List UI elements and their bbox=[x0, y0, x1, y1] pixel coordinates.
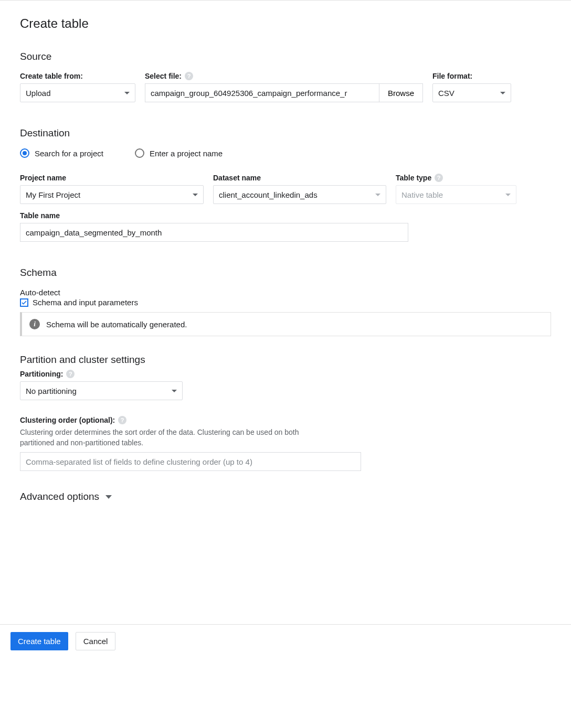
partitioning-select[interactable]: No partitioning bbox=[20, 381, 183, 400]
create-from-value: Upload bbox=[26, 89, 51, 98]
chevron-down-icon bbox=[105, 495, 112, 499]
page-title: Create table bbox=[20, 16, 551, 31]
info-icon: i bbox=[29, 319, 40, 329]
check-icon bbox=[21, 299, 27, 306]
table-type-select: Native table bbox=[396, 185, 516, 204]
project-name-value: My First Project bbox=[26, 190, 80, 199]
dataset-name-label: Dataset name bbox=[213, 174, 386, 182]
chevron-down-icon bbox=[193, 194, 198, 196]
dataset-name-select[interactable]: client_account_linkedin_ads bbox=[213, 185, 386, 204]
chevron-down-icon bbox=[505, 194, 511, 196]
partition-heading: Partition and cluster settings bbox=[20, 354, 551, 366]
file-format-label: File format: bbox=[432, 72, 511, 80]
partitioning-label: Partitioning: ? bbox=[20, 370, 551, 378]
project-name-label: Project name bbox=[20, 174, 204, 182]
create-from-select[interactable]: Upload bbox=[20, 83, 135, 102]
table-name-input[interactable] bbox=[20, 223, 408, 242]
project-name-select[interactable]: My First Project bbox=[20, 185, 204, 204]
table-type-value: Native table bbox=[401, 190, 443, 199]
help-icon[interactable]: ? bbox=[185, 72, 193, 80]
schema-heading: Schema bbox=[20, 267, 551, 279]
file-format-select[interactable]: CSV bbox=[432, 83, 511, 102]
dataset-name-value: client_account_linkedin_ads bbox=[219, 190, 318, 199]
file-format-value: CSV bbox=[438, 89, 454, 98]
source-heading: Source bbox=[20, 51, 551, 62]
radio-search-label: Search for a project bbox=[35, 149, 103, 158]
select-file-input[interactable] bbox=[145, 83, 379, 102]
radio-enter-label: Enter a project name bbox=[150, 149, 223, 158]
help-icon[interactable]: ? bbox=[66, 370, 75, 378]
destination-heading: Destination bbox=[20, 127, 551, 139]
browse-button[interactable]: Browse bbox=[379, 83, 423, 102]
create-from-label: Create table from: bbox=[20, 72, 135, 80]
chevron-down-icon bbox=[124, 92, 130, 94]
clustering-label: Clustering order (optional): ? bbox=[20, 416, 551, 424]
help-icon[interactable]: ? bbox=[435, 174, 443, 182]
schema-info-banner: i Schema will be automatically generated… bbox=[20, 312, 551, 336]
advanced-options-toggle[interactable]: Advanced options bbox=[20, 491, 551, 502]
autodetect-checkbox[interactable] bbox=[20, 298, 28, 307]
partitioning-value: No partitioning bbox=[26, 387, 77, 395]
select-file-label: Select file: ? bbox=[145, 72, 423, 80]
radio-enter-project[interactable] bbox=[135, 148, 144, 158]
autodetect-checkbox-label: Schema and input parameters bbox=[33, 298, 138, 307]
autodetect-label: Auto-detect bbox=[20, 288, 551, 297]
table-name-label: Table name bbox=[20, 211, 408, 220]
help-icon[interactable]: ? bbox=[118, 416, 126, 424]
chevron-down-icon bbox=[375, 194, 380, 196]
radio-search-project[interactable] bbox=[20, 148, 29, 158]
chevron-down-icon bbox=[500, 92, 505, 94]
advanced-options-label: Advanced options bbox=[20, 491, 99, 502]
clustering-hint: Clustering order determines the sort ord… bbox=[20, 427, 314, 448]
schema-info-text: Schema will be automatically generated. bbox=[46, 320, 187, 329]
table-type-label: Table type ? bbox=[396, 174, 516, 182]
chevron-down-icon bbox=[172, 390, 177, 392]
clustering-input[interactable] bbox=[20, 452, 361, 471]
